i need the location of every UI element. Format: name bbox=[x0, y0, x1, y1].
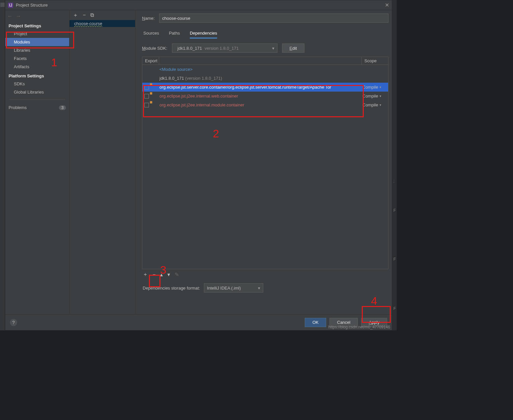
module-name: choose-course bbox=[74, 21, 102, 26]
dep-toolbar: ＋ − ▴ ▾ ✎ bbox=[142, 269, 388, 280]
right-gutter: ; F F F bbox=[392, 0, 397, 330]
dep-row-module-source[interactable]: <Module source> bbox=[142, 65, 388, 74]
tab-paths[interactable]: Paths bbox=[169, 29, 180, 39]
help-icon[interactable]: ? bbox=[10, 319, 17, 326]
tab-dependencies[interactable]: Dependencies bbox=[190, 29, 217, 39]
tabs: Sources Paths Dependencies bbox=[142, 29, 388, 39]
forward-icon[interactable]: → bbox=[16, 13, 21, 19]
dialog: IJ Project Structure ✕ ← → Project Setti… bbox=[5, 0, 392, 330]
divider bbox=[9, 99, 65, 100]
sidebar-item-libraries[interactable]: Libraries bbox=[5, 46, 69, 54]
problems-label: Problems bbox=[9, 105, 27, 110]
folder-icon bbox=[152, 67, 157, 72]
sdk-name: jdk1.8.0_171 bbox=[178, 46, 202, 51]
name-input[interactable] bbox=[159, 14, 388, 23]
scope-cell[interactable]: Compile▾ bbox=[361, 102, 388, 107]
library-icon bbox=[152, 85, 157, 90]
back-icon[interactable]: ← bbox=[7, 13, 13, 19]
export-checkbox[interactable] bbox=[144, 85, 149, 90]
sidebar-item-modules[interactable]: Modules bbox=[5, 38, 69, 46]
tab-sources[interactable]: Sources bbox=[143, 29, 159, 39]
dep-row-module-container[interactable]: org.eclipse.jst.j2ee.internal.module.con… bbox=[142, 100, 388, 109]
dep-text: <Module source> bbox=[159, 67, 358, 72]
dep-text: org.eclipse.jst.server.core.container/or… bbox=[159, 85, 358, 90]
close-icon[interactable]: ✕ bbox=[385, 2, 389, 8]
nav-arrows: ← → bbox=[5, 12, 69, 21]
left-gutter bbox=[0, 0, 5, 330]
module-tree-item[interactable]: choose-course bbox=[70, 20, 135, 27]
dep-row-web-container[interactable]: org.eclipse.jst.j2ee.internal.web.contai… bbox=[142, 92, 388, 100]
dep-text: jdk1.8.0_171 (version 1.8.0_171) bbox=[159, 76, 358, 81]
chevron-down-icon: ▾ bbox=[258, 286, 260, 291]
storage-format-combo[interactable]: IntelliJ IDEA (.iml) ▾ bbox=[204, 283, 263, 293]
window-title: Project Structure bbox=[16, 3, 48, 8]
folder-icon bbox=[152, 76, 157, 81]
storage-label: Dependencies storage format: bbox=[143, 286, 200, 291]
dependencies-table[interactable]: <Module source> jdk1.8.0_171 (version 1.… bbox=[142, 65, 388, 269]
sidebar-item-global-libraries[interactable]: Global Libraries bbox=[5, 88, 69, 96]
ok-button[interactable]: OK bbox=[305, 318, 326, 327]
copy-module-icon[interactable]: ⧉ bbox=[90, 12, 94, 18]
sidebar-item-problems[interactable]: Problems 3 bbox=[5, 103, 69, 112]
module-sdk-combo[interactable]: jdk1.8.0_171 version 1.8.0_171 ▾ bbox=[172, 43, 277, 53]
header-export: Export bbox=[142, 57, 159, 65]
library-icon bbox=[152, 103, 157, 107]
sidebar-item-project[interactable]: Project bbox=[5, 30, 69, 38]
edit-dep-icon[interactable]: ✎ bbox=[175, 271, 179, 278]
edit-sdk-button[interactable]: Edit bbox=[282, 43, 304, 53]
dependencies-header: Export Scope bbox=[142, 57, 388, 65]
watermark: https://blog.csdn.net/m0_47709146 bbox=[328, 325, 390, 329]
move-up-icon[interactable]: ▴ bbox=[160, 271, 163, 278]
scope-cell[interactable]: Compile▾ bbox=[361, 94, 388, 98]
remove-dep-icon[interactable]: − bbox=[153, 272, 156, 278]
header-scope: Scope bbox=[361, 57, 388, 65]
header-spacer bbox=[159, 57, 361, 65]
sidebar-item-artifacts[interactable]: Artifacts bbox=[5, 63, 69, 71]
section-project-settings: Project Settings bbox=[5, 21, 69, 30]
sidebar: ← → Project Settings Project Modules Lib… bbox=[5, 10, 70, 314]
section-platform-settings: Platform Settings bbox=[5, 71, 69, 80]
sdk-version: version 1.8.0_171 bbox=[205, 46, 239, 51]
module-toolbar: ＋ − ⧉ bbox=[70, 10, 135, 20]
svg-text:IJ: IJ bbox=[9, 3, 12, 8]
main-panel: Name: Sources Paths Dependencies Module … bbox=[135, 10, 392, 314]
move-down-icon[interactable]: ▾ bbox=[167, 271, 170, 278]
sidebar-item-facets[interactable]: Facets bbox=[5, 54, 69, 63]
app-icon: IJ bbox=[8, 3, 13, 8]
storage-value: IntelliJ IDEA (.iml) bbox=[207, 286, 241, 291]
add-dep-icon[interactable]: ＋ bbox=[143, 271, 148, 278]
sidebar-item-sdks[interactable]: SDKs bbox=[5, 80, 69, 88]
chevron-down-icon: ▾ bbox=[272, 46, 274, 51]
modules-column: ＋ − ⧉ choose-course bbox=[70, 10, 135, 314]
add-module-icon[interactable]: ＋ bbox=[73, 12, 78, 19]
export-checkbox[interactable] bbox=[144, 103, 149, 107]
dep-row-jdk[interactable]: jdk1.8.0_171 (version 1.8.0_171) bbox=[142, 74, 388, 83]
problems-count-badge: 3 bbox=[59, 105, 66, 110]
module-sdk-label: Module SDK: bbox=[142, 46, 167, 51]
dep-text: org.eclipse.jst.j2ee.internal.web.contai… bbox=[159, 94, 358, 98]
library-icon bbox=[152, 94, 157, 98]
name-label: Name: bbox=[142, 16, 155, 21]
scope-cell[interactable]: Compile▾ bbox=[361, 85, 388, 90]
dep-row-tomcat[interactable]: org.eclipse.jst.server.core.container/or… bbox=[142, 83, 388, 92]
dep-text: org.eclipse.jst.j2ee.internal.module.con… bbox=[159, 102, 358, 107]
titlebar: IJ Project Structure ✕ bbox=[5, 0, 392, 10]
remove-module-icon[interactable]: − bbox=[83, 12, 86, 18]
export-checkbox[interactable] bbox=[144, 94, 149, 98]
